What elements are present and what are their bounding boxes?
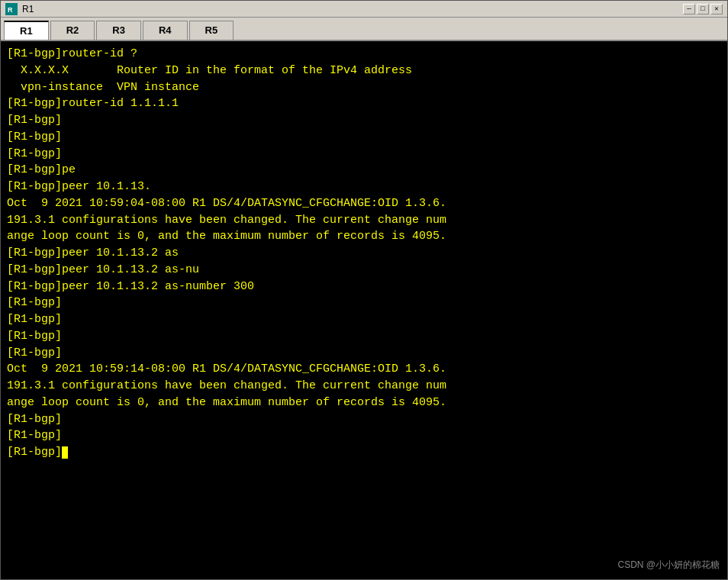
- terminal-line: [R1-bgp]router-id 1.1.1.1: [7, 95, 721, 112]
- tab-r5[interactable]: R5: [189, 21, 234, 40]
- terminal-line: [R1-bgp]: [7, 328, 721, 345]
- svg-text:R: R: [8, 6, 13, 14]
- terminal-line: ange loop count is 0, and the maximum nu…: [7, 228, 721, 245]
- terminal-line: [R1-bgp]: [7, 146, 721, 163]
- minimize-button[interactable]: —: [683, 4, 695, 14]
- terminal-line: [R1-bgp]: [7, 311, 721, 328]
- tab-r3[interactable]: R3: [96, 21, 141, 40]
- terminal-line: 191.3.1 configurations have been changed…: [7, 212, 721, 229]
- terminal-line: [R1-bgp]peer 10.1.13.2 as-nu: [7, 262, 721, 279]
- terminal-cursor: [62, 446, 68, 459]
- window-controls: — □ ✕: [683, 4, 723, 14]
- watermark: CSDN @小小妍的棉花糖: [617, 559, 720, 572]
- terminal-line: [R1-bgp]: [7, 444, 721, 461]
- terminal-line: [R1-bgp]pe: [7, 162, 721, 179]
- main-window: R R1 — □ ✕ R1 R2 R3 R4 R5 [R1-bgp]router…: [0, 0, 728, 580]
- terminal-output[interactable]: [R1-bgp]router-id ? X.X.X.X Router ID in…: [1, 41, 727, 579]
- tab-bar: R1 R2 R3 R4 R5: [1, 18, 727, 41]
- window-title: R1: [22, 4, 678, 14]
- title-bar: R R1 — □ ✕: [1, 1, 727, 18]
- terminal-line: [R1-bgp]: [7, 112, 721, 129]
- tab-r2[interactable]: R2: [50, 21, 95, 40]
- tab-r4[interactable]: R4: [143, 21, 188, 40]
- tab-r1[interactable]: R1: [4, 21, 49, 40]
- terminal-line: [R1-bgp]router-id ?: [7, 46, 721, 63]
- terminal-line: [R1-bgp]peer 10.1.13.2 as-number 300: [7, 279, 721, 295]
- window-icon: R: [5, 3, 18, 15]
- terminal-line: X.X.X.X Router ID in the format of the I…: [7, 63, 721, 79]
- terminal-line: [R1-bgp]: [7, 129, 721, 146]
- close-button[interactable]: ✕: [710, 4, 723, 14]
- terminal-line: Oct 9 2021 10:59:14-08:00 R1 DS/4/DATASY…: [7, 361, 721, 378]
- maximize-button[interactable]: □: [697, 4, 709, 14]
- terminal-line: [R1-bgp]: [7, 427, 721, 444]
- terminal-line: [R1-bgp]: [7, 345, 721, 362]
- terminal-line: 191.3.1 configurations have been changed…: [7, 378, 721, 395]
- terminal-line: Oct 9 2021 10:59:04-08:00 R1 DS/4/DATASY…: [7, 195, 721, 212]
- terminal-line: [R1-bgp]: [7, 295, 721, 311]
- terminal-line: [R1-bgp]peer 10.1.13.: [7, 179, 721, 195]
- terminal-line: ange loop count is 0, and the maximum nu…: [7, 395, 721, 411]
- terminal-line: vpn-instance VPN instance: [7, 79, 721, 96]
- terminal-line: [R1-bgp]: [7, 411, 721, 428]
- terminal-line: [R1-bgp]peer 10.1.13.2 as: [7, 245, 721, 262]
